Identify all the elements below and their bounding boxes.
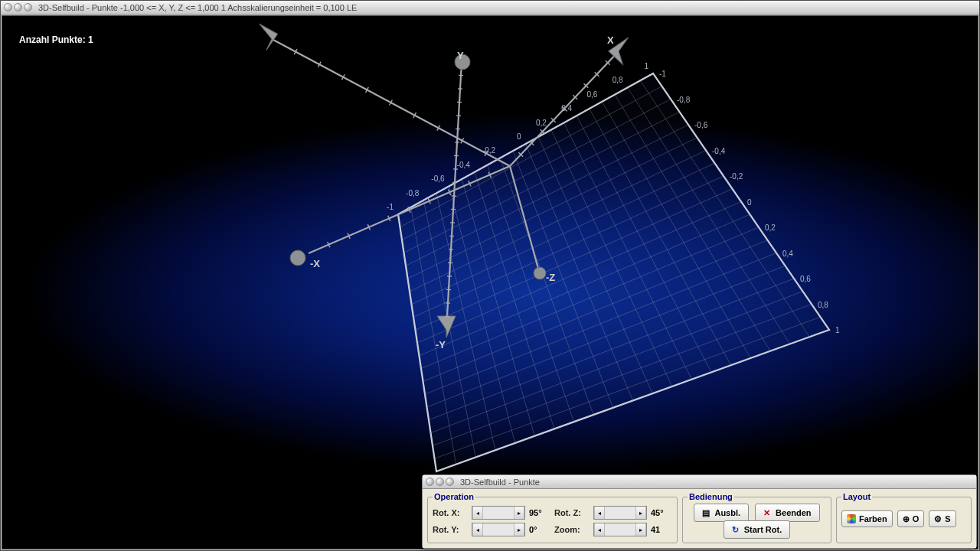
label-rot-x: Rot. X: — [433, 508, 468, 517]
spinner-zoom[interactable]: ◂ ▸ — [593, 523, 647, 536]
zoom-inc[interactable]: ▸ — [635, 523, 646, 536]
svg-text:0,2: 0,2 — [536, 119, 547, 127]
label-rot-y: Rot. Y: — [433, 525, 468, 534]
start-rot-button[interactable]: ↻ Start Rot. — [724, 520, 791, 539]
svg-text:0: 0 — [747, 198, 752, 207]
beenden-button[interactable]: ✕ Beenden — [755, 504, 819, 522]
axis-neg-x-label: -X — [310, 258, 320, 269]
value-rot-z: 45° — [651, 508, 672, 517]
axis-neg-y-label: -Y — [436, 339, 446, 350]
control-panel[interactable]: 3D-Selfbuild - Punkte Operation Rot. X: … — [422, 474, 977, 549]
group-layout: Layout Farben ⊕ O ⚙ S — [836, 492, 972, 543]
main-window-title: 3D-Selfbuild - Punkte -1,000 <= X, Y, Z … — [38, 3, 357, 12]
value-rot-y: 0° — [529, 525, 550, 534]
svg-text:-0,8: -0,8 — [677, 96, 691, 104]
svg-text:1: 1 — [644, 62, 648, 70]
spinner-rot-x[interactable]: ◂ ▸ — [472, 506, 525, 520]
rot-y-inc[interactable]: ▸ — [514, 523, 524, 536]
panel-control-2[interactable] — [436, 478, 444, 486]
panel-control-3[interactable] — [446, 478, 454, 486]
grid-plane: -1-0,8-0,6-0,4-0,200,20,40,60,81 -1-0,8-… — [387, 62, 840, 471]
list-icon: ▤ — [702, 508, 711, 517]
main-window: 3D-Selfbuild - Punkte -1,000 <= X, Y, Z … — [0, 0, 980, 551]
gear-icon: ⚙ — [934, 514, 942, 524]
rot-z-inc[interactable]: ▸ — [635, 507, 646, 519]
axis-z-pos — [254, 24, 510, 166]
svg-text:-0,4: -0,4 — [712, 147, 726, 155]
svg-text:-0,4: -0,4 — [457, 161, 471, 169]
svg-text:-0,2: -0,2 — [730, 172, 743, 181]
window-control-3[interactable] — [24, 3, 32, 11]
value-rot-x: 95° — [529, 508, 550, 517]
svg-text:0,4: 0,4 — [782, 249, 793, 258]
axis-neg-z-label: -Z — [546, 272, 555, 283]
svg-text:-0,6: -0,6 — [694, 121, 708, 129]
svg-text:0,2: 0,2 — [765, 223, 776, 232]
svg-point-88 — [534, 267, 546, 279]
svg-text:0,8: 0,8 — [612, 76, 623, 84]
svg-text:0,6: 0,6 — [800, 275, 811, 283]
rot-x-dec[interactable]: ◂ — [472, 507, 483, 519]
panel-title: 3D-Selfbuild - Punkte — [460, 478, 540, 487]
svg-marker-90 — [254, 24, 279, 52]
group-bedienung: Bedienung ▤ Ausbl. ✕ Beenden ↻ Start Rot… — [682, 492, 831, 543]
label-zoom: Zoom: — [554, 525, 590, 534]
palette-icon — [847, 514, 856, 523]
svg-text:-1: -1 — [387, 203, 394, 211]
svg-text:-0,2: -0,2 — [482, 146, 496, 155]
farben-button[interactable]: Farben — [841, 510, 893, 527]
panel-control-1[interactable] — [426, 478, 434, 486]
svg-text:0,8: 0,8 — [818, 301, 828, 309]
legend-layout: Layout — [841, 492, 872, 501]
ausbl-button[interactable]: ▤ Ausbl. — [694, 504, 749, 522]
svg-text:-0,6: -0,6 — [431, 174, 445, 183]
point-count-label: Anzahl Punkte: 1 — [19, 34, 93, 45]
main-titlebar[interactable]: 3D-Selfbuild - Punkte -1,000 <= X, Y, Z … — [1, 1, 979, 15]
zoom-dec[interactable]: ◂ — [594, 523, 605, 536]
axis-x-label: X — [607, 34, 614, 46]
panel-titlebar[interactable]: 3D-Selfbuild - Punkte — [423, 475, 976, 489]
rot-y-dec[interactable]: ◂ — [472, 523, 483, 536]
label-rot-z: Rot. Z: — [554, 508, 590, 517]
rot-x-inc[interactable]: ▸ — [514, 507, 524, 519]
svg-text:1: 1 — [835, 326, 840, 334]
spinner-rot-z[interactable]: ◂ ▸ — [593, 506, 647, 520]
s-button[interactable]: ⚙ S — [929, 510, 956, 527]
window-controls[interactable] — [4, 3, 32, 11]
o-button[interactable]: ⊕ O — [897, 510, 925, 527]
axis-y-label: Y — [457, 50, 464, 61]
svg-text:-0,8: -0,8 — [406, 189, 420, 197]
scene-svg: -1-0,8-0,6-0,4-0,200,20,40,60,81 -1-0,8-… — [2, 16, 978, 549]
svg-text:-1: -1 — [659, 70, 666, 78]
spinner-rot-y[interactable]: ◂ ▸ — [472, 523, 525, 536]
svg-point-77 — [290, 250, 305, 266]
svg-text:0: 0 — [517, 132, 521, 141]
group-operation: Operation Rot. X: ◂ ▸ 95° Rot. Z: ◂ ▸ — [427, 492, 678, 543]
rot-z-dec[interactable]: ◂ — [594, 507, 605, 519]
legend-operation: Operation — [433, 492, 475, 501]
window-control-2[interactable] — [14, 3, 22, 11]
crosshair-icon: ⊕ — [903, 514, 910, 524]
refresh-icon: ↻ — [732, 525, 741, 534]
legend-bedienung: Bedienung — [688, 492, 734, 501]
viewport-3d[interactable]: Anzahl Punkte: 1 -1-0,8-0,6-0,4-0,200,20… — [2, 15, 978, 549]
svg-text:0,6: 0,6 — [586, 90, 597, 99]
value-zoom: 41 — [651, 525, 672, 534]
close-icon: ✕ — [763, 508, 773, 517]
window-control-1[interactable] — [4, 3, 12, 11]
